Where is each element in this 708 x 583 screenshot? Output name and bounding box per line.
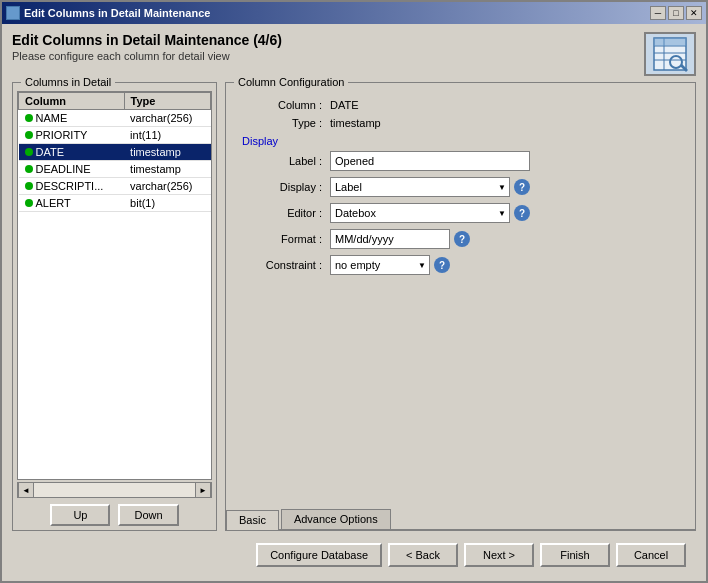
editor-select[interactable]: Datebox Textbox Textarea (330, 203, 510, 223)
title-bar: Edit Columns in Detail Maintenance ─ □ ✕ (2, 2, 706, 24)
close-button[interactable]: ✕ (686, 6, 702, 20)
constraint-select-wrapper: no empty none not null (330, 255, 430, 275)
format-help-icon[interactable]: ? (454, 231, 470, 247)
back-button[interactable]: < Back (388, 543, 458, 567)
col-header-column: Column (19, 93, 125, 110)
row-indicator (25, 148, 33, 156)
page-subtitle: Please configure each column for detail … (12, 50, 282, 62)
columns-table-container: Column Type NAME varchar(256) PRIORITY i… (17, 91, 212, 480)
right-panel: Column Configuration Column : DATE Type … (225, 82, 696, 531)
table-cell-column: DATE (19, 144, 125, 161)
constraint-row: Constraint : no empty none not null ? (242, 255, 679, 275)
minimize-button[interactable]: ─ (650, 6, 666, 20)
constraint-label: Constraint : (242, 259, 322, 271)
maximize-button[interactable]: □ (668, 6, 684, 20)
display-select-container: Label Text Hidden ? (330, 177, 530, 197)
config-content: Column : DATE Type : timestamp Display L… (226, 91, 695, 289)
footer: Configure Database < Back Next > Finish … (12, 537, 696, 573)
constraint-select-container: no empty none not null ? (330, 255, 450, 275)
main-window: Edit Columns in Detail Maintenance ─ □ ✕… (0, 0, 708, 583)
row-indicator (25, 131, 33, 139)
format-row: Format : ? (242, 229, 679, 249)
header-icon (644, 32, 696, 76)
tabs-row: Basic Advance Options (226, 509, 695, 530)
config-spacer (226, 289, 695, 505)
right-panel-title: Column Configuration (234, 76, 348, 88)
horizontal-scrollbar[interactable]: ◄ ► (17, 482, 212, 498)
finish-button[interactable]: Finish (540, 543, 610, 567)
table-cell-column: DESCRIPTI... (19, 178, 125, 195)
cancel-button[interactable]: Cancel (616, 543, 686, 567)
display-select[interactable]: Label Text Hidden (330, 177, 510, 197)
row-indicator (25, 114, 33, 122)
type-row: Type : timestamp (242, 117, 679, 129)
display-help-icon[interactable]: ? (514, 179, 530, 195)
table-row[interactable]: NAME varchar(256) (19, 110, 211, 127)
table-cell-column: DEADLINE (19, 161, 125, 178)
row-indicator (25, 165, 33, 173)
page-title: Edit Columns in Detail Maintenance (4/6) (12, 32, 282, 48)
scrollbar-track[interactable] (34, 483, 195, 497)
format-label: Format : (242, 233, 322, 245)
table-cell-type: int(11) (124, 127, 210, 144)
format-input[interactable] (330, 229, 450, 249)
row-indicator (25, 199, 33, 207)
table-cell-type: varchar(256) (124, 178, 210, 195)
header-text: Edit Columns in Detail Maintenance (4/6)… (12, 32, 282, 62)
down-button[interactable]: Down (118, 504, 178, 526)
constraint-select[interactable]: no empty none not null (330, 255, 430, 275)
columns-table: Column Type NAME varchar(256) PRIORITY i… (18, 92, 211, 212)
label-label: Label : (242, 155, 322, 167)
window-icon (6, 6, 20, 20)
column-label: Column : (242, 99, 322, 111)
table-row[interactable]: PRIORITY int(11) (19, 127, 211, 144)
label-row: Label : (242, 151, 679, 171)
display-section-label: Display (242, 135, 679, 147)
title-bar-left: Edit Columns in Detail Maintenance (6, 6, 210, 20)
table-row[interactable]: DESCRIPTI... varchar(256) (19, 178, 211, 195)
editor-row: Editor : Datebox Textbox Textarea ? (242, 203, 679, 223)
constraint-help-icon[interactable]: ? (434, 257, 450, 273)
window-title: Edit Columns in Detail Maintenance (24, 7, 210, 19)
display-row: Display : Label Text Hidden ? (242, 177, 679, 197)
editor-select-container: Datebox Textbox Textarea ? (330, 203, 530, 223)
label-input[interactable] (330, 151, 530, 171)
table-header-row: Column Type (19, 93, 211, 110)
table-cell-column: NAME (19, 110, 125, 127)
table-row[interactable]: DATE timestamp (19, 144, 211, 161)
left-panel-title: Columns in Detail (21, 76, 115, 88)
display-select-wrapper: Label Text Hidden (330, 177, 510, 197)
column-row: Column : DATE (242, 99, 679, 111)
configure-db-button[interactable]: Configure Database (256, 543, 382, 567)
row-indicator (25, 182, 33, 190)
editor-help-icon[interactable]: ? (514, 205, 530, 221)
table-cell-type: bit(1) (124, 195, 210, 212)
page-header: Edit Columns in Detail Maintenance (4/6)… (12, 32, 696, 76)
left-panel: Columns in Detail Column Type NAME varch… (12, 82, 217, 531)
table-cell-column: ALERT (19, 195, 125, 212)
table-row[interactable]: ALERT bit(1) (19, 195, 211, 212)
scroll-right-button[interactable]: ► (195, 482, 211, 498)
svg-rect-5 (654, 38, 686, 46)
column-value: DATE (330, 99, 359, 111)
format-input-container: ? (330, 229, 470, 249)
tab-basic[interactable]: Basic (226, 510, 279, 530)
title-bar-buttons: ─ □ ✕ (650, 6, 702, 20)
table-cell-type: timestamp (124, 144, 210, 161)
editor-label: Editor : (242, 207, 322, 219)
next-button[interactable]: Next > (464, 543, 534, 567)
panel-buttons: Up Down (13, 500, 216, 530)
main-area: Columns in Detail Column Type NAME varch… (12, 82, 696, 531)
table-cell-type: varchar(256) (124, 110, 210, 127)
type-label: Type : (242, 117, 322, 129)
columns-table-body: NAME varchar(256) PRIORITY int(11) DATE … (19, 110, 211, 212)
table-row[interactable]: DEADLINE timestamp (19, 161, 211, 178)
col-header-type: Type (124, 93, 210, 110)
display-label: Display : (242, 181, 322, 193)
table-icon (652, 36, 688, 72)
editor-select-wrapper: Datebox Textbox Textarea (330, 203, 510, 223)
scroll-left-button[interactable]: ◄ (18, 482, 34, 498)
up-button[interactable]: Up (50, 504, 110, 526)
tab-advance-options[interactable]: Advance Options (281, 509, 391, 529)
type-value: timestamp (330, 117, 381, 129)
